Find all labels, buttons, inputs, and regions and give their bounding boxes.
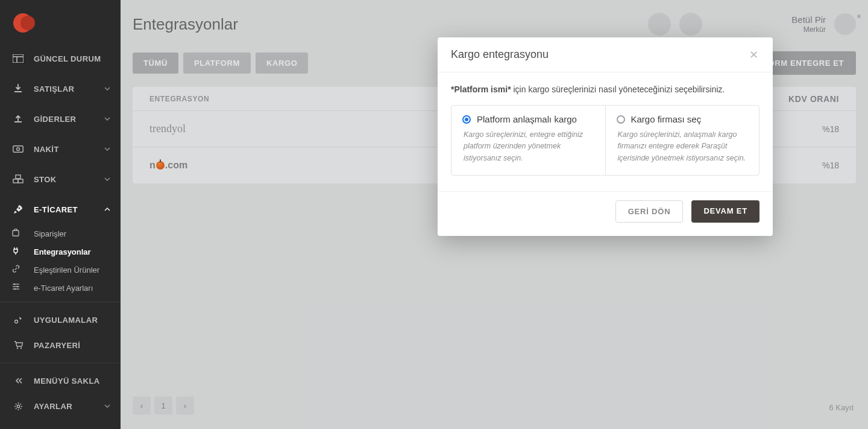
continue-button[interactable]: DEVAM ET [691,200,760,223]
main-area: Entegrasyonlar Betül Pir Merkür TÜMÜ PLA… [121,0,868,429]
nav-eticaret-sub: Siparişler Entegrasyonlar Eşleştirilen Ü… [0,224,121,297]
svg-point-15 [14,284,15,285]
chevron-down-icon [104,402,111,410]
nav-ayarlar[interactable]: AYARLAR [0,393,121,419]
nav-guncel-durum[interactable]: GÜNCEL DURUM [0,43,121,74]
sub-label: Eşleştirilen Ürünler [34,265,99,275]
download-icon [12,83,24,95]
link-icon [12,265,22,275]
sidebar: GÜNCEL DURUM SATIŞLAR GİDERLER NAK [0,0,121,429]
sub-label: Entegrasyonlar [34,247,91,256]
svg-rect-2 [13,54,24,63]
dashboard-icon [12,52,24,65]
sub-entegrasyonlar[interactable]: Entegrasyonlar [0,243,121,261]
choice-grid: Platform anlaşmalı kargo Kargo süreçleri… [451,105,760,176]
chevron-down-icon [104,145,111,153]
svg-point-1 [20,16,35,30]
sub-eticaret-ayarlari[interactable]: e-Ticaret Ayarları [0,279,121,297]
svg-point-21 [17,405,19,407]
chevron-down-icon [104,115,111,122]
choice-desc: Kargo süreçlerinizi, anlaşmalı kargo fir… [617,129,749,164]
plug-icon [12,247,22,256]
rocket-icon [12,203,24,215]
sliders-icon [12,283,22,293]
nav-label: PAZARYERİ [34,341,80,350]
nav-label: STOK [34,175,56,184]
svg-point-18 [15,320,18,323]
nav-label: AYARLAR [34,402,72,411]
sidebar-nav: GÜNCEL DURUM SATIŞLAR GİDERLER NAK [0,43,121,429]
nav-divider [0,363,121,363]
collapse-icon [12,375,24,387]
chevron-up-icon [104,206,111,213]
chevron-down-icon [104,176,111,183]
nav-giderler[interactable]: GİDERLER [0,104,121,134]
svg-point-16 [17,286,18,287]
bag-icon [12,229,22,238]
nav-eticaret[interactable]: E-TİCARET [0,194,121,224]
svg-point-20 [20,348,21,349]
intro-rest: için kargo süreçlerinizi nasıl yöneteceğ… [511,84,725,94]
nav-label: GÜNCEL DURUM [34,54,101,63]
svg-rect-7 [16,175,20,179]
modal-intro: *Platform ismi* için kargo süreçlerinizi… [451,84,760,94]
sub-label: Siparişler [34,229,66,238]
sub-siparisler[interactable]: Siparişler [0,224,121,243]
modal-title: Kargo entegrasyonu [451,48,549,61]
svg-rect-9 [18,179,23,183]
app-logo [0,0,121,43]
nav-divider [0,302,121,302]
svg-rect-8 [13,179,18,183]
cash-icon [12,143,24,155]
nav-bottom: UYGULAMALAR PAZARYERİ MENÜYÜ SAKLA AYA [0,307,121,419]
choice-title: Kargo firması seç [631,114,702,124]
chevron-down-icon [104,85,111,92]
logo-icon [12,10,36,34]
svg-rect-11 [13,230,19,236]
choice-kargo-firmasi[interactable]: Kargo firması seç Kargo süreçlerinizi, a… [605,106,760,175]
gear-icon [12,400,24,412]
apps-icon [12,314,24,326]
nav-label: SATIŞLAR [34,84,74,94]
nav-label: GİDERLER [34,115,76,124]
close-icon[interactable]: ✕ [747,49,760,61]
radio-icon [617,115,625,124]
upload-icon [12,113,24,125]
nav-nakit[interactable]: NAKİT [0,134,121,164]
nav-uygulamalar[interactable]: UYGULAMALAR [0,307,121,332]
back-button[interactable]: GERİ DÖN [615,200,684,223]
nav-stok[interactable]: STOK [0,164,121,194]
sub-label: e-Ticaret Ayarları [34,284,93,293]
nav-label: UYGULAMALAR [34,316,98,325]
sub-eslestirilen-urunler[interactable]: Eşleştirilen Ürünler [0,261,121,279]
intro-bold: *Platform ismi* [451,84,511,94]
modal-body: *Platform ismi* için kargo süreçlerinizi… [438,72,773,191]
choice-title: Platform anlaşmalı kargo [477,114,577,124]
nav-pazaryeri[interactable]: PAZARYERİ [0,332,121,358]
svg-point-17 [14,288,16,290]
nav-satislar[interactable]: SATIŞLAR [0,74,121,104]
nav-label: E-TİCARET [34,205,78,214]
cart-icon [12,339,24,351]
radio-icon [462,115,471,124]
modal-kargo-entegrasyonu: Kargo entegrasyonu ✕ *Platform ismi* içi… [438,37,773,236]
choice-platform-anlasmalı[interactable]: Platform anlaşmalı kargo Kargo süreçleri… [451,106,605,175]
svg-point-19 [16,348,17,349]
boxes-icon [12,173,24,185]
svg-rect-5 [13,146,23,152]
nav-label: NAKİT [34,145,59,154]
modal-foot: GERİ DÖN DEVAM ET [438,191,773,236]
svg-point-6 [17,148,20,151]
choice-desc: Kargo süreçlerinizi, entegre ettiğiniz p… [462,129,594,164]
nav-hide-menu[interactable]: MENÜYÜ SAKLA [0,368,121,393]
nav-label: MENÜYÜ SAKLA [34,377,100,386]
modal-head: Kargo entegrasyonu ✕ [438,37,773,72]
svg-point-10 [19,208,20,209]
